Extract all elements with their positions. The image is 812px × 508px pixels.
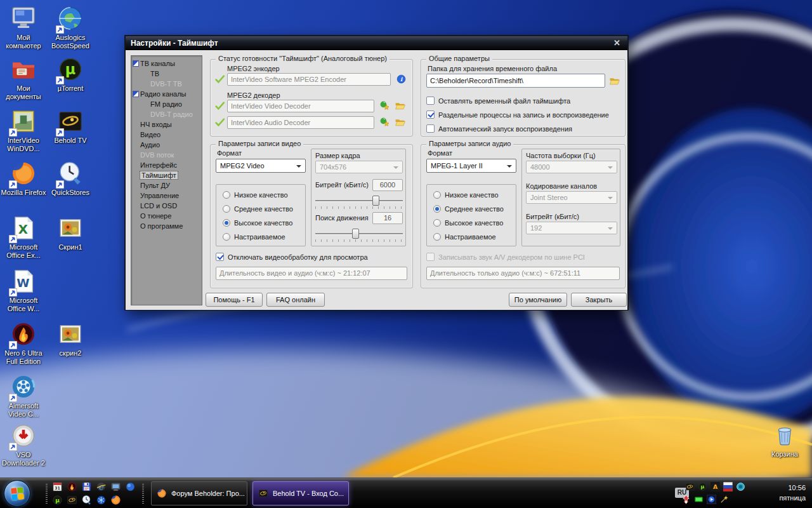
audio-quality-radio[interactable]: Среднее качество bbox=[433, 205, 504, 213]
updown-tray-icon[interactable] bbox=[681, 495, 691, 504]
desktop-icon-globe[interactable]: Auslogics BoostSpeed bbox=[47, 5, 94, 50]
tree-item[interactable]: ТВ каналы bbox=[131, 58, 202, 69]
general-checkbox[interactable]: Раздельные процессы на запись и воспроиз… bbox=[426, 110, 609, 119]
nero-quicklaunch-icon[interactable] bbox=[67, 481, 77, 492]
close-icon[interactable]: ✕ bbox=[612, 38, 622, 48]
desktop-icon-excel[interactable]: XMicrosoft Office Ex... bbox=[0, 215, 47, 260]
motion-search-slider[interactable] bbox=[315, 228, 403, 243]
desktop-icon-clock[interactable]: QuickStores bbox=[47, 160, 94, 197]
video-quality-radio[interactable]: Низкое качество bbox=[223, 191, 288, 199]
tree-checkbox-icon[interactable] bbox=[133, 60, 139, 67]
firefox-quicklaunch-icon[interactable] bbox=[110, 495, 121, 505]
player-tray-icon[interactable] bbox=[707, 495, 716, 504]
ruflag-tray-icon[interactable] bbox=[723, 482, 733, 491]
radio-icon[interactable] bbox=[433, 233, 441, 241]
letterA-tray-icon[interactable]: A bbox=[710, 482, 720, 491]
ie-quicklaunch-icon[interactable]: e bbox=[96, 481, 107, 492]
audio-format-dropdown[interactable]: MPEG-1 Layer II bbox=[426, 159, 516, 173]
desktop-icon-word[interactable]: WMicrosoft Office W... bbox=[0, 268, 47, 313]
audio-quality-radio[interactable]: Высокое качество bbox=[433, 219, 503, 227]
beholdtv-quicklaunch-icon[interactable] bbox=[67, 495, 77, 505]
calendar-quicklaunch-icon[interactable]: 31 bbox=[52, 481, 63, 492]
folder-open-icon[interactable] bbox=[395, 100, 405, 111]
quick-launch-handle[interactable] bbox=[142, 483, 144, 504]
desktop-icon-photo[interactable]: Скрин1 bbox=[47, 215, 94, 251]
codec-quicklaunch-icon[interactable] bbox=[96, 495, 107, 505]
tree-checkbox-icon[interactable] bbox=[133, 91, 139, 97]
audio-quality-radio[interactable]: Низкое качество bbox=[433, 191, 499, 199]
network-quicklaunch-icon[interactable] bbox=[125, 481, 136, 492]
video-bitrate-slider[interactable] bbox=[315, 195, 403, 210]
checkbox-icon[interactable] bbox=[426, 97, 435, 105]
utorrent-quicklaunch-icon[interactable]: µ bbox=[52, 495, 63, 505]
desktop-icon-photo[interactable]: скрин2 bbox=[47, 321, 94, 358]
faq-button[interactable]: FAQ онлайн bbox=[266, 293, 325, 307]
save-quicklaunch-icon[interactable] bbox=[81, 481, 92, 492]
radio-icon[interactable] bbox=[433, 191, 441, 199]
tree-item[interactable]: Таймшифт bbox=[131, 170, 202, 180]
taskbar-button[interactable]: Форум Beholder: Про... bbox=[151, 481, 247, 505]
disable-processing-checkbox[interactable]: Отключать видеообработку для просмотра bbox=[216, 253, 368, 261]
video-format-dropdown[interactable]: MPEG2 Video bbox=[216, 159, 306, 173]
tree-item[interactable]: Интерфейс bbox=[131, 160, 202, 170]
desktop-icon-folderred[interactable]: Мои документы bbox=[0, 56, 47, 101]
folder-open-icon[interactable] bbox=[609, 76, 620, 86]
tree-item[interactable]: НЧ входы bbox=[131, 119, 202, 130]
defaults-button[interactable]: По умолчанию bbox=[509, 293, 567, 307]
tree-item[interactable]: Видео bbox=[131, 130, 202, 140]
radio-icon[interactable] bbox=[223, 233, 230, 241]
tree-item[interactable]: Аудио bbox=[131, 140, 202, 150]
desktop-icon-nero[interactable]: Nero 6 Ultra Full Edition bbox=[0, 321, 47, 366]
video-quality-radio[interactable]: Среднее качество bbox=[223, 205, 293, 213]
radio-icon[interactable] bbox=[223, 205, 230, 213]
general-checkbox[interactable]: Автоматический запуск воспроизведения bbox=[426, 124, 572, 133]
tree-item[interactable]: Управление bbox=[131, 190, 202, 201]
display-quicklaunch-icon[interactable] bbox=[110, 481, 121, 492]
tree-item[interactable]: DVB поток bbox=[131, 150, 202, 160]
codec-select-icon[interactable] bbox=[379, 117, 390, 128]
clock-quicklaunch-icon[interactable] bbox=[81, 495, 92, 505]
tealround-tray-icon[interactable] bbox=[736, 482, 745, 491]
wand-tray-icon[interactable] bbox=[719, 495, 729, 504]
tree-item[interactable]: Радио каналы bbox=[131, 89, 202, 99]
tree-item[interactable]: FM радио bbox=[131, 99, 202, 109]
radio-icon[interactable] bbox=[223, 191, 230, 199]
codec-select-icon[interactable] bbox=[379, 100, 390, 111]
quick-launch-handle[interactable] bbox=[46, 483, 48, 504]
desktop-icon-firefox[interactable]: Mozilla Firefox bbox=[0, 160, 47, 197]
tree-item[interactable]: DVB-T радио bbox=[131, 109, 202, 119]
desktop-icon-recycle[interactable]: Корзина bbox=[761, 422, 808, 458]
desktop-icon-windvd[interactable]: InterVideo WinDVD... bbox=[0, 108, 47, 153]
taskbar-button[interactable]: Behold TV - Вход Co... bbox=[252, 481, 349, 505]
tree-item[interactable]: О программе bbox=[131, 221, 202, 231]
audio-quality-radio[interactable]: Настраиваемое bbox=[433, 233, 496, 241]
start-button[interactable] bbox=[4, 480, 30, 507]
info-icon[interactable]: i bbox=[396, 74, 407, 84]
desktop-icon-utorrent[interactable]: µµTorrent bbox=[47, 56, 94, 93]
radio-icon[interactable] bbox=[223, 219, 230, 227]
tree-item[interactable]: ТВ bbox=[131, 69, 202, 79]
desktop-icon-beholdtv[interactable]: Behold TV bbox=[47, 108, 94, 145]
checkbox-icon[interactable] bbox=[426, 110, 435, 119]
checkbox-icon[interactable] bbox=[216, 253, 224, 261]
desktop-icon-computer[interactable]: Мой компьютер bbox=[0, 5, 47, 50]
utorrent-tray-icon[interactable]: µ bbox=[698, 482, 707, 491]
close-button[interactable]: Закрыть bbox=[571, 293, 627, 307]
folder-path-input[interactable]: C:\Beholder\Record\Timeshift\ bbox=[426, 74, 605, 88]
battery-tray-icon[interactable] bbox=[694, 495, 704, 504]
video-quality-radio[interactable]: Настраиваемое bbox=[223, 233, 285, 241]
tree-item[interactable]: LCD и OSD bbox=[131, 201, 202, 211]
radio-icon[interactable] bbox=[433, 205, 441, 213]
help-button[interactable]: Помощь - F1 bbox=[206, 293, 263, 307]
radio-icon[interactable] bbox=[433, 219, 441, 227]
beholdtv-tray-icon[interactable] bbox=[685, 482, 695, 491]
tree-item[interactable]: DVB-T ТВ bbox=[131, 79, 202, 89]
tree-item[interactable]: Пульт ДУ bbox=[131, 180, 202, 190]
tree-item[interactable]: О тюнере bbox=[131, 211, 202, 221]
desktop-icon-vso[interactable]: VSO Downloader 2 bbox=[0, 422, 47, 467]
general-checkbox[interactable]: Оставлять временный файл таймшифта bbox=[426, 97, 570, 105]
dialog-titlebar[interactable]: Настройки - Таймшифт ✕ bbox=[126, 36, 627, 50]
video-quality-radio[interactable]: Высокое качество bbox=[223, 219, 292, 227]
desktop-icon-aimersoft[interactable]: Aimersoft Video C... bbox=[0, 373, 47, 418]
checkbox-icon[interactable] bbox=[426, 124, 435, 133]
